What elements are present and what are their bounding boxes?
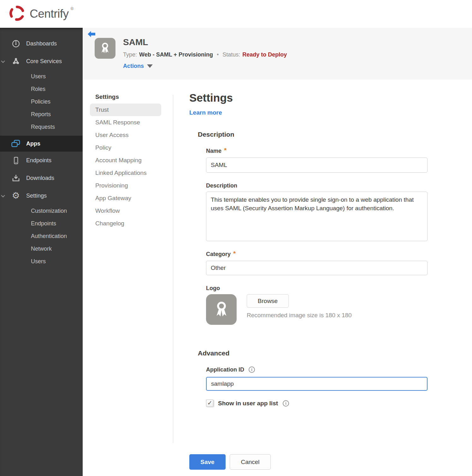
sidebar-item-roles[interactable]: Roles [0, 83, 83, 95]
sidebar-item-core-services[interactable]: Core Services [0, 52, 83, 70]
vertical-divider [173, 95, 173, 443]
subnav-item-workflow[interactable]: Workflow [90, 205, 161, 217]
chevron-down-icon [1, 58, 5, 65]
subnav-item-saml-response[interactable]: SAML Response [90, 116, 161, 129]
required-asterisk: * [224, 147, 227, 153]
subnav-item-changelog[interactable]: Changelog [90, 217, 161, 230]
subnav-item-trust[interactable]: Trust [90, 104, 161, 116]
subnav-item-app-gateway[interactable]: App Gateway [90, 192, 161, 205]
save-button[interactable]: Save [189, 454, 226, 470]
sidebar-item-network[interactable]: Network [0, 242, 83, 255]
logo-label: Logo [206, 285, 435, 292]
show-in-user-app-list-checkbox[interactable] [206, 400, 213, 407]
core-services-icon [11, 57, 21, 66]
sidebar-item-customization[interactable]: Customization [0, 205, 83, 217]
subnav-item-account-mapping[interactable]: Account Mapping [90, 154, 161, 167]
name-label: Name * [206, 147, 435, 154]
subnav-item-provisioning[interactable]: Provisioning [90, 179, 161, 192]
page-title: SAML [123, 37, 287, 47]
brand: Centrify ® [8, 4, 74, 23]
show-in-user-app-list-label: Show in user app list [218, 400, 278, 407]
description-textarea[interactable]: This template enables you to provide sin… [206, 192, 428, 241]
app-logo-ribbon-icon [95, 38, 115, 59]
category-input[interactable] [206, 261, 428, 275]
sidebar-item-label: Downloads [26, 175, 54, 181]
meta-separator: • [217, 51, 219, 58]
sidebar-item-label: Core Services [26, 58, 62, 65]
sidebar: Dashboards Core Services Users Roles Pol… [0, 28, 83, 476]
subnav-item-policy[interactable]: Policy [90, 141, 161, 154]
logo-ribbon-icon [206, 294, 237, 325]
download-icon [11, 174, 21, 182]
phone-icon [11, 156, 21, 165]
subnav-heading: Settings [90, 93, 161, 100]
apps-icon [11, 140, 21, 147]
application-id-input[interactable] [206, 377, 428, 391]
chevron-down-icon [1, 193, 5, 199]
sidebar-item-label: Settings [26, 193, 47, 199]
gear-icon: ⚙ [11, 191, 21, 200]
gauge-icon [11, 39, 21, 48]
recommended-size-text: Recommended image size is 180 x 180 [247, 312, 352, 319]
status-badge: Ready to Deploy [242, 51, 287, 58]
info-icon[interactable]: i [249, 366, 255, 373]
cancel-button[interactable]: Cancel [230, 454, 271, 470]
sidebar-item-requests[interactable]: Requests [0, 121, 83, 133]
sidebar-item-dashboards[interactable]: Dashboards [0, 35, 83, 52]
sidebar-item-endpoints[interactable]: Endpoints [0, 152, 83, 169]
sidebar-item-policies[interactable]: Policies [0, 95, 83, 108]
registered-mark: ® [70, 6, 74, 11]
subnav-item-linked-applications[interactable]: Linked Applications [90, 167, 161, 179]
sidebar-item-authentication[interactable]: Authentication [0, 230, 83, 242]
status-label: Status: [222, 51, 240, 58]
type-label: Type: [123, 51, 137, 58]
back-arrow-icon[interactable] [88, 31, 95, 37]
advanced-section-heading: Advanced [198, 349, 435, 357]
category-label: Category * [206, 251, 435, 258]
sidebar-item-label: Dashboards [26, 40, 57, 47]
settings-panel: Settings Learn more Description Name * D… [189, 92, 435, 470]
panel-title: Settings [189, 92, 435, 104]
required-asterisk: * [233, 251, 236, 256]
sidebar-item-downloads[interactable]: Downloads [0, 169, 83, 187]
sidebar-item-users[interactable]: Users [0, 70, 83, 83]
subnav-item-user-access[interactable]: User Access [90, 129, 161, 141]
content-area: Settings Trust SAML Response User Access… [83, 80, 472, 476]
caret-down-icon [147, 64, 153, 68]
actions-label: Actions [123, 63, 144, 69]
sidebar-item-users-settings[interactable]: Users [0, 255, 83, 268]
sidebar-item-settings[interactable]: ⚙ Settings [0, 187, 83, 205]
app-header: SAML Type: Web - SAML + Provisioning • S… [83, 28, 472, 80]
description-section-heading: Description [198, 131, 435, 138]
type-value: Web - SAML + Provisioning [139, 51, 213, 58]
settings-subnav: Settings Trust SAML Response User Access… [90, 93, 161, 230]
top-bar: Centrify ® [0, 0, 472, 28]
name-input[interactable] [206, 158, 428, 173]
info-icon[interactable]: i [283, 400, 289, 407]
description-label: Description [206, 182, 435, 189]
learn-more-link[interactable]: Learn more [189, 109, 222, 116]
brand-name: Centrify [30, 7, 68, 21]
application-id-label: Application ID i [206, 366, 435, 373]
sidebar-item-label: Apps [26, 140, 40, 147]
app-meta: Type: Web - SAML + Provisioning • Status… [123, 51, 287, 58]
sidebar-item-reports[interactable]: Reports [0, 108, 83, 121]
sidebar-item-label: Endpoints [26, 157, 51, 164]
sidebar-item-endpoints-settings[interactable]: Endpoints [0, 217, 83, 230]
centrify-logo-icon [8, 4, 26, 23]
actions-dropdown[interactable]: Actions [123, 63, 287, 69]
sidebar-item-apps[interactable]: Apps [0, 136, 83, 152]
browse-button[interactable]: Browse [247, 294, 289, 308]
